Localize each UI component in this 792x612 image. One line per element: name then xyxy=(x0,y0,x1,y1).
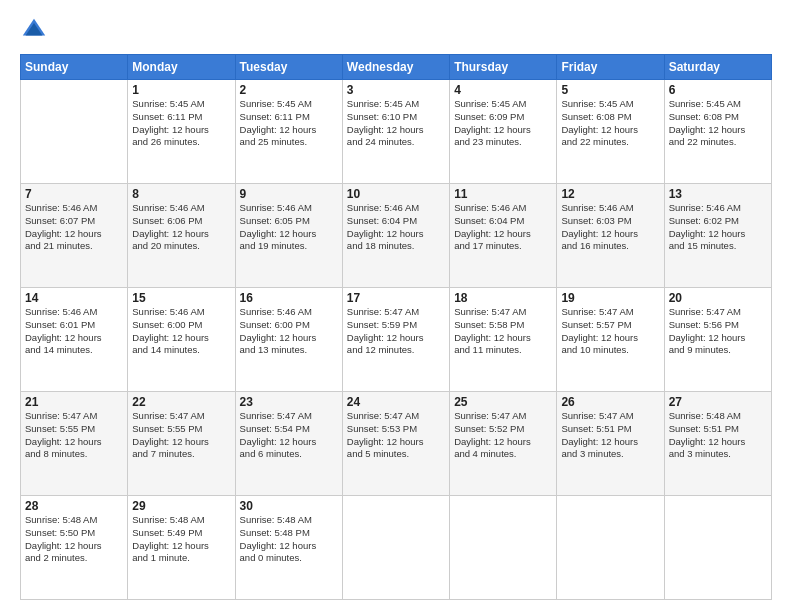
day-info: Sunrise: 5:46 AM Sunset: 6:06 PM Dayligh… xyxy=(132,202,230,253)
day-cell: 27Sunrise: 5:48 AM Sunset: 5:51 PM Dayli… xyxy=(664,392,771,496)
day-info: Sunrise: 5:46 AM Sunset: 6:01 PM Dayligh… xyxy=(25,306,123,357)
weekday-wednesday: Wednesday xyxy=(342,55,449,80)
day-number: 9 xyxy=(240,187,338,201)
day-cell: 7Sunrise: 5:46 AM Sunset: 6:07 PM Daylig… xyxy=(21,184,128,288)
day-cell: 15Sunrise: 5:46 AM Sunset: 6:00 PM Dayli… xyxy=(128,288,235,392)
day-number: 25 xyxy=(454,395,552,409)
day-cell: 1Sunrise: 5:45 AM Sunset: 6:11 PM Daylig… xyxy=(128,80,235,184)
day-number: 4 xyxy=(454,83,552,97)
day-cell: 6Sunrise: 5:45 AM Sunset: 6:08 PM Daylig… xyxy=(664,80,771,184)
day-cell xyxy=(342,496,449,600)
day-cell: 9Sunrise: 5:46 AM Sunset: 6:05 PM Daylig… xyxy=(235,184,342,288)
day-cell xyxy=(557,496,664,600)
weekday-saturday: Saturday xyxy=(664,55,771,80)
day-info: Sunrise: 5:47 AM Sunset: 5:54 PM Dayligh… xyxy=(240,410,338,461)
day-info: Sunrise: 5:47 AM Sunset: 5:51 PM Dayligh… xyxy=(561,410,659,461)
day-info: Sunrise: 5:48 AM Sunset: 5:51 PM Dayligh… xyxy=(669,410,767,461)
day-cell: 16Sunrise: 5:46 AM Sunset: 6:00 PM Dayli… xyxy=(235,288,342,392)
day-info: Sunrise: 5:47 AM Sunset: 5:52 PM Dayligh… xyxy=(454,410,552,461)
weekday-friday: Friday xyxy=(557,55,664,80)
day-info: Sunrise: 5:46 AM Sunset: 6:00 PM Dayligh… xyxy=(240,306,338,357)
day-cell: 14Sunrise: 5:46 AM Sunset: 6:01 PM Dayli… xyxy=(21,288,128,392)
day-info: Sunrise: 5:47 AM Sunset: 5:58 PM Dayligh… xyxy=(454,306,552,357)
day-number: 21 xyxy=(25,395,123,409)
day-info: Sunrise: 5:46 AM Sunset: 6:04 PM Dayligh… xyxy=(347,202,445,253)
day-info: Sunrise: 5:47 AM Sunset: 5:55 PM Dayligh… xyxy=(25,410,123,461)
day-number: 19 xyxy=(561,291,659,305)
day-number: 3 xyxy=(347,83,445,97)
day-info: Sunrise: 5:45 AM Sunset: 6:09 PM Dayligh… xyxy=(454,98,552,149)
day-cell: 12Sunrise: 5:46 AM Sunset: 6:03 PM Dayli… xyxy=(557,184,664,288)
week-row-3: 21Sunrise: 5:47 AM Sunset: 5:55 PM Dayli… xyxy=(21,392,772,496)
day-number: 28 xyxy=(25,499,123,513)
weekday-monday: Monday xyxy=(128,55,235,80)
day-number: 27 xyxy=(669,395,767,409)
day-cell: 20Sunrise: 5:47 AM Sunset: 5:56 PM Dayli… xyxy=(664,288,771,392)
day-cell: 28Sunrise: 5:48 AM Sunset: 5:50 PM Dayli… xyxy=(21,496,128,600)
weekday-tuesday: Tuesday xyxy=(235,55,342,80)
day-number: 10 xyxy=(347,187,445,201)
day-number: 17 xyxy=(347,291,445,305)
day-cell: 2Sunrise: 5:45 AM Sunset: 6:11 PM Daylig… xyxy=(235,80,342,184)
day-info: Sunrise: 5:46 AM Sunset: 6:03 PM Dayligh… xyxy=(561,202,659,253)
day-info: Sunrise: 5:45 AM Sunset: 6:08 PM Dayligh… xyxy=(669,98,767,149)
day-info: Sunrise: 5:45 AM Sunset: 6:10 PM Dayligh… xyxy=(347,98,445,149)
day-number: 23 xyxy=(240,395,338,409)
day-number: 11 xyxy=(454,187,552,201)
day-info: Sunrise: 5:47 AM Sunset: 5:59 PM Dayligh… xyxy=(347,306,445,357)
day-cell xyxy=(664,496,771,600)
day-cell: 30Sunrise: 5:48 AM Sunset: 5:48 PM Dayli… xyxy=(235,496,342,600)
day-cell: 17Sunrise: 5:47 AM Sunset: 5:59 PM Dayli… xyxy=(342,288,449,392)
day-info: Sunrise: 5:45 AM Sunset: 6:11 PM Dayligh… xyxy=(240,98,338,149)
calendar-table: SundayMondayTuesdayWednesdayThursdayFrid… xyxy=(20,54,772,600)
day-number: 29 xyxy=(132,499,230,513)
day-number: 5 xyxy=(561,83,659,97)
day-info: Sunrise: 5:46 AM Sunset: 6:02 PM Dayligh… xyxy=(669,202,767,253)
day-info: Sunrise: 5:46 AM Sunset: 6:05 PM Dayligh… xyxy=(240,202,338,253)
logo xyxy=(20,16,52,44)
day-info: Sunrise: 5:47 AM Sunset: 5:55 PM Dayligh… xyxy=(132,410,230,461)
day-cell xyxy=(450,496,557,600)
day-info: Sunrise: 5:48 AM Sunset: 5:49 PM Dayligh… xyxy=(132,514,230,565)
day-info: Sunrise: 5:46 AM Sunset: 6:04 PM Dayligh… xyxy=(454,202,552,253)
day-cell xyxy=(21,80,128,184)
day-info: Sunrise: 5:47 AM Sunset: 5:53 PM Dayligh… xyxy=(347,410,445,461)
day-number: 20 xyxy=(669,291,767,305)
weekday-sunday: Sunday xyxy=(21,55,128,80)
day-number: 26 xyxy=(561,395,659,409)
day-info: Sunrise: 5:45 AM Sunset: 6:11 PM Dayligh… xyxy=(132,98,230,149)
day-number: 14 xyxy=(25,291,123,305)
day-cell: 4Sunrise: 5:45 AM Sunset: 6:09 PM Daylig… xyxy=(450,80,557,184)
week-row-1: 7Sunrise: 5:46 AM Sunset: 6:07 PM Daylig… xyxy=(21,184,772,288)
day-number: 1 xyxy=(132,83,230,97)
day-cell: 18Sunrise: 5:47 AM Sunset: 5:58 PM Dayli… xyxy=(450,288,557,392)
day-number: 18 xyxy=(454,291,552,305)
weekday-thursday: Thursday xyxy=(450,55,557,80)
day-number: 2 xyxy=(240,83,338,97)
day-cell: 25Sunrise: 5:47 AM Sunset: 5:52 PM Dayli… xyxy=(450,392,557,496)
day-info: Sunrise: 5:45 AM Sunset: 6:08 PM Dayligh… xyxy=(561,98,659,149)
day-cell: 22Sunrise: 5:47 AM Sunset: 5:55 PM Dayli… xyxy=(128,392,235,496)
weekday-header-row: SundayMondayTuesdayWednesdayThursdayFrid… xyxy=(21,55,772,80)
day-cell: 13Sunrise: 5:46 AM Sunset: 6:02 PM Dayli… xyxy=(664,184,771,288)
day-cell: 5Sunrise: 5:45 AM Sunset: 6:08 PM Daylig… xyxy=(557,80,664,184)
day-number: 8 xyxy=(132,187,230,201)
day-info: Sunrise: 5:48 AM Sunset: 5:48 PM Dayligh… xyxy=(240,514,338,565)
day-number: 13 xyxy=(669,187,767,201)
day-cell: 29Sunrise: 5:48 AM Sunset: 5:49 PM Dayli… xyxy=(128,496,235,600)
day-number: 6 xyxy=(669,83,767,97)
day-info: Sunrise: 5:47 AM Sunset: 5:56 PM Dayligh… xyxy=(669,306,767,357)
week-row-0: 1Sunrise: 5:45 AM Sunset: 6:11 PM Daylig… xyxy=(21,80,772,184)
page: SundayMondayTuesdayWednesdayThursdayFrid… xyxy=(0,0,792,612)
day-cell: 24Sunrise: 5:47 AM Sunset: 5:53 PM Dayli… xyxy=(342,392,449,496)
day-cell: 3Sunrise: 5:45 AM Sunset: 6:10 PM Daylig… xyxy=(342,80,449,184)
week-row-2: 14Sunrise: 5:46 AM Sunset: 6:01 PM Dayli… xyxy=(21,288,772,392)
day-number: 24 xyxy=(347,395,445,409)
day-number: 15 xyxy=(132,291,230,305)
day-cell: 19Sunrise: 5:47 AM Sunset: 5:57 PM Dayli… xyxy=(557,288,664,392)
header xyxy=(20,16,772,44)
logo-icon xyxy=(20,16,48,44)
day-number: 22 xyxy=(132,395,230,409)
day-cell: 23Sunrise: 5:47 AM Sunset: 5:54 PM Dayli… xyxy=(235,392,342,496)
day-info: Sunrise: 5:47 AM Sunset: 5:57 PM Dayligh… xyxy=(561,306,659,357)
